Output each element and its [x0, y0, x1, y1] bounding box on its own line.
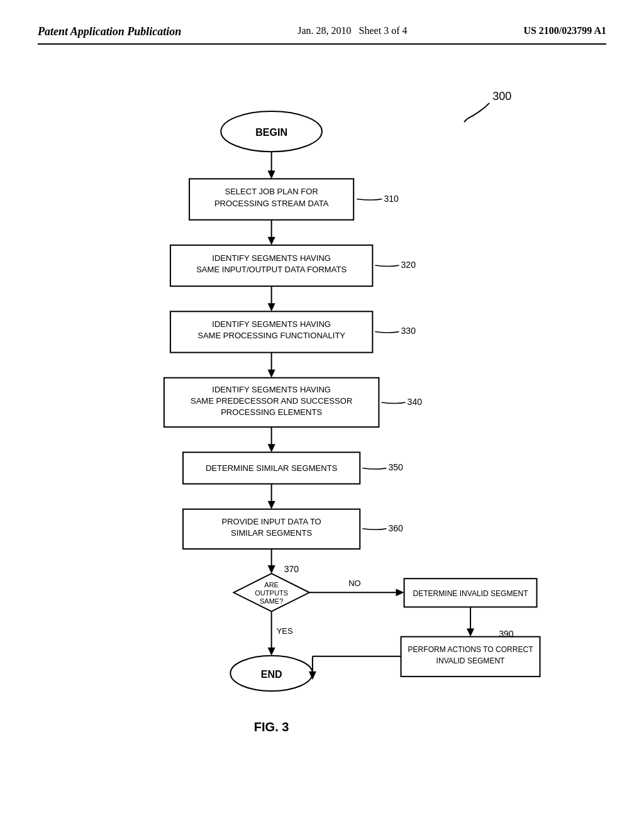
- flowchart-svg: 300 BEGIN SELECT JOB PLAN FOR PROCESSING…: [38, 64, 606, 755]
- step-330-node: IDENTIFY SEGMENTS HAVING: [212, 319, 331, 329]
- step-340-line3: PROCESSING ELEMENTS: [221, 407, 322, 417]
- publication-label: Patent Application Publication: [38, 25, 181, 38]
- figure-caption: FIG. 3: [254, 720, 289, 734]
- svg-marker-30: [467, 629, 474, 637]
- svg-marker-21: [268, 565, 275, 573]
- step-320-node: IDENTIFY SEGMENTS HAVING: [212, 253, 331, 263]
- label-350: 350: [388, 462, 403, 472]
- svg-marker-12: [268, 370, 275, 378]
- svg-marker-24: [268, 648, 275, 656]
- label-370: 370: [284, 564, 299, 574]
- diamond-370-line2: OUTPUTS: [255, 589, 288, 597]
- svg-marker-6: [268, 237, 275, 245]
- no-label: NO: [348, 578, 361, 588]
- diagram-area: 300 BEGIN SELECT JOB PLAN FOR PROCESSING…: [38, 64, 606, 755]
- yes-label: YES: [277, 626, 293, 636]
- end-node: END: [261, 668, 282, 680]
- step-330-line2: SAME PROCESSING FUNCTIONALITY: [197, 331, 345, 341]
- svg-marker-18: [268, 501, 275, 509]
- step-390-line2: INVALID SEGMENT: [436, 656, 506, 665]
- step-380-node: DETERMINE INVALID SEGMENT: [413, 589, 528, 598]
- step-310-line2: PROCESSING STREAM DATA: [214, 199, 329, 208]
- diamond-370-line1: ARE: [264, 581, 279, 589]
- label-330: 330: [401, 326, 416, 336]
- begin-node: BEGIN: [255, 126, 287, 138]
- date-sheet: Jan. 28, 2010 Sheet 3 of 4: [297, 25, 407, 36]
- step-360-line2: SIMILAR SEGMENTS: [231, 528, 312, 538]
- label-340: 340: [408, 397, 423, 407]
- page: Patent Application Publication Jan. 28, …: [0, 0, 644, 830]
- figure-300-label: 300: [492, 90, 511, 102]
- label-360: 360: [388, 523, 403, 533]
- step-360-node: PROVIDE INPUT DATA TO: [221, 517, 321, 526]
- label-320: 320: [401, 260, 416, 270]
- svg-marker-3: [268, 170, 275, 179]
- svg-marker-9: [268, 303, 275, 311]
- step-310-node: SELECT JOB PLAN FOR: [225, 187, 318, 196]
- step-320-line2: SAME INPUT/OUTPUT DATA FORMATS: [196, 265, 347, 274]
- label-310: 310: [384, 194, 399, 204]
- svg-line-0: [464, 119, 467, 122]
- step-350-node: DETERMINE SIMILAR SEGMENTS: [206, 463, 338, 473]
- patent-number: US 2100/023799 A1: [523, 25, 606, 36]
- diamond-370-line3: SAME?: [260, 597, 283, 605]
- step-390-node: PERFORM ACTIONS TO CORRECT: [408, 645, 534, 654]
- step-340-node: IDENTIFY SEGMENTS HAVING: [212, 385, 331, 394]
- svg-marker-15: [268, 444, 275, 452]
- step-340-line2: SAME PREDECESSOR AND SUCCESSOR: [191, 396, 352, 406]
- page-header: Patent Application Publication Jan. 28, …: [38, 25, 606, 45]
- svg-marker-27: [396, 589, 404, 596]
